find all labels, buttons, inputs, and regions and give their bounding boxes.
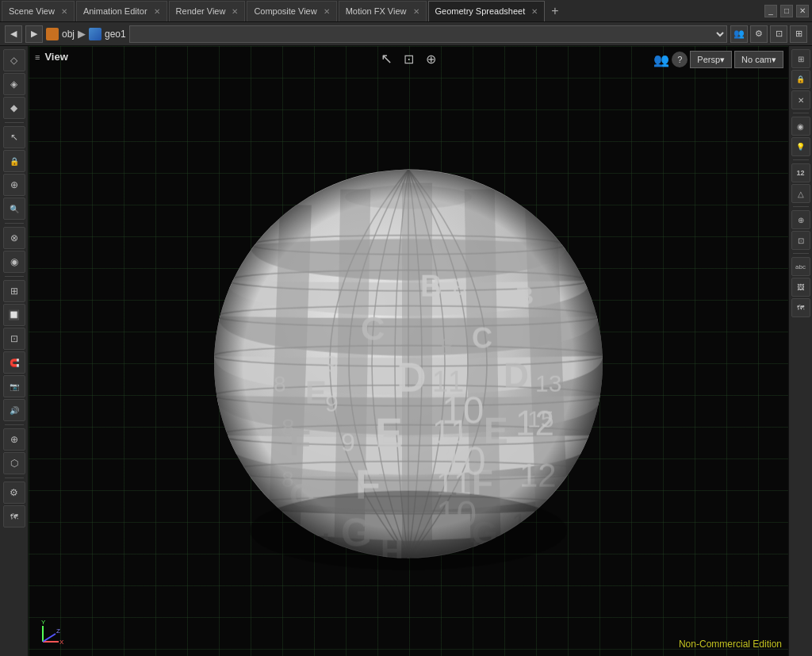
vp-select-icon[interactable]: ↖ [377,49,396,68]
rt-target-btn[interactable]: ⊡ [791,231,810,250]
path-icon-3[interactable]: ⊡ [770,25,787,43]
rt-close-btn[interactable]: ✕ [791,90,810,109]
rt-add-btn[interactable]: ⊕ [791,210,810,229]
geo-label: geo1 [105,29,126,40]
tool-target[interactable]: ⊕ [3,174,25,196]
nocam-button[interactable]: No cam▾ [734,51,783,68]
tool-hex[interactable]: ⬡ [3,452,25,474]
window-minimize-btn[interactable]: _ [764,5,777,17]
tab-motion-fx[interactable]: Motion FX View ✕ [339,1,427,21]
path-dropdown[interactable] [129,25,727,43]
tab-right-controls: _ □ ✕ [764,5,812,17]
rt-display-btn[interactable]: ⊞ [791,49,810,68]
rt-triangle-btn[interactable]: △ [791,184,810,203]
tool-camera[interactable]: 📷 [3,375,25,397]
tab-label-anim-editor: Animation Editor [83,6,147,16]
view-settings-icon[interactable]: ≡ [35,52,40,62]
tool-pointer[interactable]: ↖ [3,126,25,148]
view-label: ≡ View [35,51,68,63]
axis-indicator: X Y Z [35,618,67,650]
tool-magnet[interactable]: 🧲 [3,351,25,374]
tool-select[interactable]: ◇ [3,49,25,71]
tool-lock[interactable]: 🔒 [3,150,25,172]
left-toolbar: ◇ ◈ ◆ ↖ 🔒 ⊕ 🔍 ⊗ ◉ ⊞ 🔲 ⊡ 🧲 📷 🔊 ⊕ ⬡ ⚙ 🗺 [0,46,29,656]
sphere-svg: B B C C D D E E E F F F G G G H H [202,157,615,570]
tool-divider-4 [5,424,24,425]
path-obj-item: obj [46,28,75,40]
viewport[interactable]: ≡ View ↖ ⊡ ⊕ 👥 ? Persp▾ No cam▾ [29,46,788,656]
tool-shape[interactable]: ◆ [3,97,25,119]
tool-grid[interactable]: ⊞ [3,280,25,302]
people-icon[interactable]: 👥 [653,52,669,67]
tool-map[interactable]: 🗺 [3,505,25,527]
path-icon-4[interactable]: ⊞ [790,25,807,43]
tab-label-composite-view: Composite View [254,6,316,16]
tool-divider-3 [5,276,24,277]
tool-snap[interactable]: ⊗ [3,227,25,249]
path-geo-item: geo1 [89,28,126,40]
path-icon-1[interactable]: 👥 [730,25,748,43]
window-maximize-btn[interactable]: □ [780,5,793,17]
tool-divider-1 [5,122,24,123]
tool-divider-5 [5,478,24,478]
viewport-top-icons: ↖ ⊡ ⊕ [377,49,440,68]
tab-geometry-spreadsheet[interactable]: Geometry Spreadsheet ✕ [428,1,546,21]
tab-label-render-view: Render View [176,6,226,16]
rt-lock-btn[interactable]: 🔒 [791,70,810,89]
help-button[interactable]: ? [672,52,688,67]
rt-light-btn[interactable]: 💡 [791,137,810,156]
tool-circle[interactable]: ◉ [3,251,25,273]
tool-paint[interactable]: ◈ [3,73,25,95]
non-commercial-label: Non-Commercial Edition [679,639,782,650]
tab-bar: Scene View ✕ Animation Editor ✕ Render V… [0,0,812,22]
svg-line-59 [43,634,56,642]
vp-transform-icon[interactable]: ⊕ [421,49,440,68]
rt-divider-2 [793,159,809,160]
rt-text-btn[interactable]: abc [791,257,810,276]
tab-close-anim-editor[interactable]: ✕ [154,7,160,16]
tool-divider-2 [5,223,24,224]
rt-divider-4 [793,253,809,254]
tab-add-button[interactable]: + [546,4,563,18]
tab-close-geometry-spreadsheet[interactable]: ✕ [531,7,538,16]
vp-lasso-icon[interactable]: ⊡ [399,49,418,68]
tab-label-geometry-spreadsheet: Geometry Spreadsheet [435,6,526,16]
tool-box[interactable]: 🔲 [3,304,25,326]
tool-settings[interactable]: ⚙ [3,481,25,504]
svg-text:X: X [59,639,64,646]
tab-composite-view[interactable]: Composite View ✕ [247,1,336,21]
rt-number-btn[interactable]: 12 [791,163,810,182]
tab-render-view[interactable]: Render View ✕ [169,1,246,21]
rt-divider-3 [793,206,809,207]
viewport-top-right: 👥 ? Persp▾ No cam▾ [653,51,783,68]
svg-point-54 [250,490,567,570]
path-separator: ▶ [78,28,86,40]
tool-zoom[interactable]: 🔍 [3,198,25,220]
obj-icon [46,28,59,40]
nocam-label: No cam▾ [741,55,776,65]
tab-anim-editor[interactable]: Animation Editor ✕ [76,1,167,21]
tab-close-composite-view[interactable]: ✕ [324,7,330,16]
rt-grid-btn[interactable]: 🖼 [791,278,810,297]
persp-button[interactable]: Persp▾ [690,51,732,68]
path-back-btn[interactable]: ◀ [5,25,22,43]
main-area: ◇ ◈ ◆ ↖ 🔒 ⊕ 🔍 ⊗ ◉ ⊞ 🔲 ⊡ 🧲 📷 🔊 ⊕ ⬡ ⚙ 🗺 ≡ … [0,46,812,656]
tab-scene-view[interactable]: Scene View ✕ [2,1,75,21]
persp-label: Persp▾ [697,55,725,65]
rt-map-btn[interactable]: 🗺 [791,298,810,317]
tab-close-motion-fx[interactable]: ✕ [413,7,419,16]
tool-audio[interactable]: 🔊 [3,399,25,421]
svg-text:Y: Y [41,619,46,626]
tab-close-render-view[interactable]: ✕ [232,7,238,16]
path-icon-2[interactable]: ⚙ [750,25,768,43]
tool-select-box[interactable]: ⊡ [3,328,25,350]
rt-circle-btn[interactable]: ◉ [791,117,810,136]
tool-add[interactable]: ⊕ [3,428,25,451]
tab-close-scene-view[interactable]: ✕ [61,7,67,16]
non-commercial-text: Non-Commercial Edition [679,639,782,650]
svg-text:Z: Z [56,627,60,635]
path-forward-btn[interactable]: ▶ [25,25,43,43]
obj-label: obj [62,29,75,40]
window-close-btn[interactable]: ✕ [796,5,809,17]
right-toolbar: ⊞ 🔒 ✕ ◉ 💡 12 △ ⊕ ⊡ abc 🖼 🗺 [788,46,812,656]
